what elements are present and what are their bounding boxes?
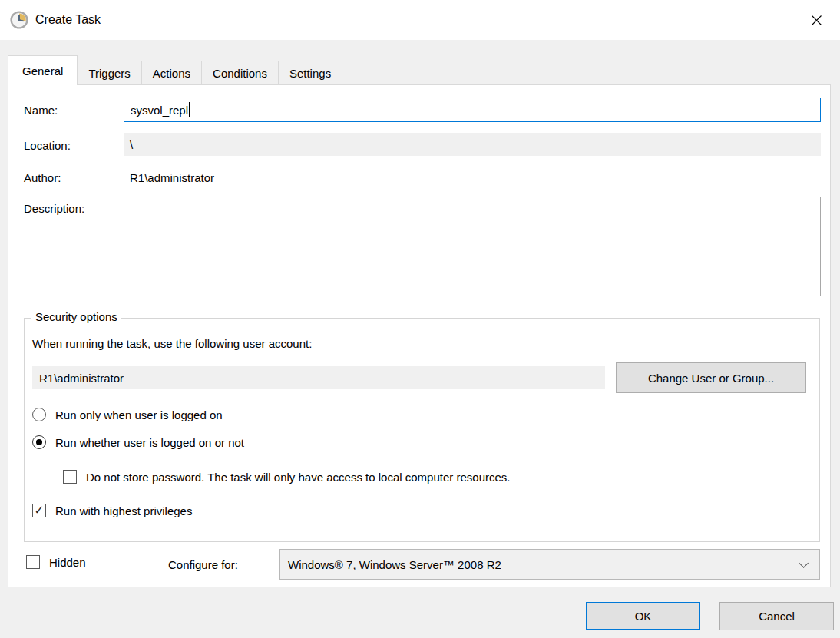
tab-actions[interactable]: Actions <box>142 61 202 85</box>
tab-general[interactable]: General <box>8 55 78 85</box>
title-bar: Create Task <box>0 0 840 40</box>
security-options-title: Security options <box>31 310 121 323</box>
location-value-field: \ <box>124 133 821 156</box>
name-label: Name: <box>24 104 58 117</box>
radio-selected-icon[interactable] <box>32 435 46 449</box>
user-account-field: R1\administrator <box>32 366 605 389</box>
tab-triggers-label: Triggers <box>88 67 130 80</box>
general-tab-page: Name: sysvol_repl Location: \ Author: R1… <box>8 84 831 587</box>
tab-conditions-label: Conditions <box>213 67 267 80</box>
checkbox-hidden[interactable]: Hidden <box>26 555 86 569</box>
author-label: Author: <box>24 171 61 184</box>
checkbox-hidden-label: Hidden <box>49 556 86 569</box>
tab-actions-label: Actions <box>153 67 190 80</box>
configure-for-label: Configure for: <box>168 558 238 571</box>
tab-general-label: General <box>22 64 63 78</box>
tab-settings[interactable]: Settings <box>279 61 342 85</box>
tab-conditions[interactable]: Conditions <box>202 61 279 85</box>
tab-triggers[interactable]: Triggers <box>78 61 141 85</box>
checkbox-run-highest-privileges[interactable]: Run with highest privileges <box>32 504 192 517</box>
cancel-button[interactable]: Cancel <box>719 602 834 630</box>
configure-for-dropdown[interactable]: Windows® 7, Windows Server™ 2008 R2 <box>279 549 820 580</box>
dialog-footer: OK Cancel <box>0 587 840 638</box>
tab-settings-label: Settings <box>289 67 331 80</box>
text-caret <box>189 102 190 117</box>
location-value: \ <box>130 138 133 151</box>
author-value: R1\administrator <box>130 171 214 184</box>
user-account-value: R1\administrator <box>39 372 124 385</box>
radio-run-only-logged-on[interactable]: Run only when user is logged on <box>32 408 223 421</box>
description-textarea[interactable] <box>124 197 821 296</box>
description-label: Description: <box>24 202 84 215</box>
radio-unselected-icon[interactable] <box>32 408 46 421</box>
change-user-or-group-button[interactable]: Change User or Group... <box>616 362 806 393</box>
dialog-body: General Triggers Actions Conditions Sett… <box>0 40 840 638</box>
checkbox-run-highest-privileges-label: Run with highest privileges <box>55 504 192 517</box>
window-title: Create Task <box>35 13 101 27</box>
task-name-value: sysvol_repl <box>131 104 188 117</box>
checkbox-do-not-store-password-label: Do not store password. The task will onl… <box>86 471 510 484</box>
checkbox-unchecked-icon[interactable] <box>63 470 77 484</box>
ok-button-label: OK <box>635 610 652 623</box>
cancel-button-label: Cancel <box>759 610 795 623</box>
security-options-group: Security options When running the task, … <box>24 318 820 542</box>
checkbox-checked-icon[interactable] <box>32 504 46 517</box>
configure-for-value: Windows® 7, Windows Server™ 2008 R2 <box>288 558 799 571</box>
close-button[interactable] <box>792 0 840 40</box>
tab-strip: General Triggers Actions Conditions Sett… <box>8 55 342 85</box>
task-name-input[interactable]: sysvol_repl <box>124 98 821 122</box>
hidden-checkbox-icon[interactable] <box>26 555 40 569</box>
task-scheduler-clock-icon <box>10 11 28 29</box>
change-user-button-label: Change User or Group... <box>648 372 774 385</box>
radio-run-only-logged-on-label: Run only when user is logged on <box>55 408 223 421</box>
location-label: Location: <box>24 139 71 152</box>
account-prompt: When running the task, use the following… <box>32 337 312 350</box>
chevron-down-icon <box>799 558 809 568</box>
ok-button[interactable]: OK <box>586 602 700 630</box>
checkbox-do-not-store-password[interactable]: Do not store password. The task will onl… <box>63 470 510 484</box>
radio-run-whether-logged-on[interactable]: Run whether user is logged on or not <box>32 435 244 449</box>
radio-run-whether-logged-on-label: Run whether user is logged on or not <box>55 436 244 449</box>
